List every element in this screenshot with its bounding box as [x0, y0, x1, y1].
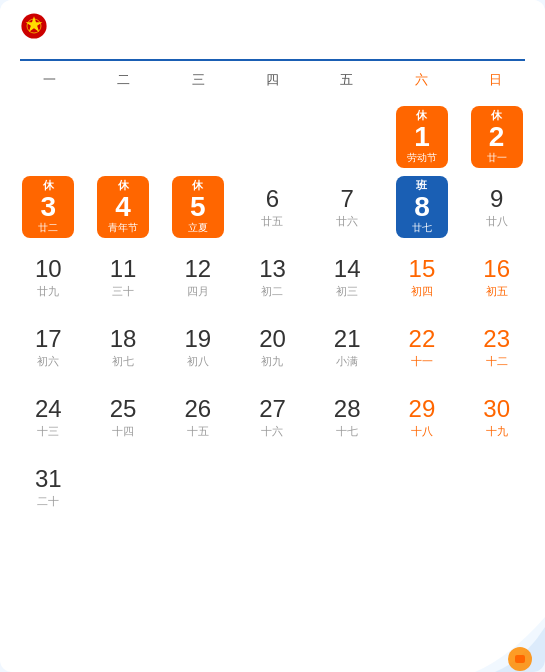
- day-cell: 26十五: [161, 383, 234, 451]
- weekday-tue: 二: [86, 67, 160, 93]
- day-normal: 24十三: [35, 395, 62, 440]
- day-normal: 29十八: [409, 395, 436, 440]
- day-cell: 13初二: [236, 243, 309, 311]
- day-cell: [161, 103, 234, 171]
- day-cell: [386, 453, 459, 521]
- day-cell: 14初三: [311, 243, 384, 311]
- day-cell: 16初五: [460, 243, 533, 311]
- workday-badge: 班8廿七: [396, 176, 448, 237]
- day-cell: 班8廿七: [386, 173, 459, 241]
- weekday-mon: 一: [12, 67, 86, 93]
- day-normal: 14初三: [334, 255, 361, 300]
- day-cell: 休3廿二: [12, 173, 85, 241]
- day-cell: 11三十: [87, 243, 160, 311]
- day-cell: 19初八: [161, 313, 234, 381]
- weekday-sun: 日: [459, 67, 533, 93]
- day-normal: 20初九: [259, 325, 286, 370]
- day-cell: [311, 103, 384, 171]
- day-cell: 6廿五: [236, 173, 309, 241]
- day-cell: [236, 103, 309, 171]
- page-curl-decoration: [475, 617, 545, 672]
- day-cell: [460, 453, 533, 521]
- day-normal: 9廿八: [486, 185, 508, 230]
- calendar: 一 二 三 四 五 六 日 休1劳动节休2廿一休3廿二休4青年节休5立夏6廿五7…: [0, 0, 545, 672]
- day-cell: 休4青年节: [87, 173, 160, 241]
- day-cell: 31二十: [12, 453, 85, 521]
- emblem-icon: [20, 12, 48, 40]
- day-cell: 9廿八: [460, 173, 533, 241]
- day-normal: 18初七: [110, 325, 137, 370]
- day-cell: 28十七: [311, 383, 384, 451]
- day-cell: 7廿六: [311, 173, 384, 241]
- days-grid: 休1劳动节休2廿一休3廿二休4青年节休5立夏6廿五7廿六班8廿七9廿八10廿九1…: [0, 99, 545, 529]
- day-cell: [161, 453, 234, 521]
- day-normal: 15初四: [409, 255, 436, 300]
- day-cell: 24十三: [12, 383, 85, 451]
- day-cell: 休5立夏: [161, 173, 234, 241]
- day-normal: 27十六: [259, 395, 286, 440]
- holiday-badge: 休2廿一: [471, 106, 523, 167]
- weekday-fri: 五: [310, 67, 384, 93]
- day-normal: 11三十: [110, 255, 137, 300]
- day-normal: 13初二: [259, 255, 286, 300]
- day-normal: 19初八: [184, 325, 211, 370]
- day-cell: 22十一: [386, 313, 459, 381]
- day-normal: 28十七: [334, 395, 361, 440]
- day-cell: 27十六: [236, 383, 309, 451]
- holiday-badge: 休3廿二: [22, 176, 74, 237]
- day-cell: 30十九: [460, 383, 533, 451]
- year-section: [0, 49, 545, 59]
- day-normal: 23十二: [483, 325, 510, 370]
- holiday-badge: 休5立夏: [172, 176, 224, 237]
- day-normal: 6廿五: [261, 185, 283, 230]
- day-normal: 10廿九: [35, 255, 62, 300]
- day-normal: 31二十: [35, 465, 62, 510]
- day-cell: 10廿九: [12, 243, 85, 311]
- day-normal: 7廿六: [336, 185, 358, 230]
- day-normal: 12四月: [184, 255, 211, 300]
- weekday-sat: 六: [384, 67, 458, 93]
- day-cell: 29十八: [386, 383, 459, 451]
- weekday-thu: 四: [235, 67, 309, 93]
- day-cell: 17初六: [12, 313, 85, 381]
- day-cell: 休1劳动节: [386, 103, 459, 171]
- day-cell: 18初七: [87, 313, 160, 381]
- logo-area: [20, 12, 54, 41]
- day-normal: 30十九: [483, 395, 510, 440]
- day-cell: [12, 103, 85, 171]
- day-normal: 26十五: [184, 395, 211, 440]
- holiday-badge: 休4青年节: [97, 176, 149, 237]
- day-cell: 23十二: [460, 313, 533, 381]
- logo-top: [20, 12, 54, 40]
- day-normal: 21小满: [334, 325, 361, 370]
- day-cell: 25十四: [87, 383, 160, 451]
- day-cell: 15初四: [386, 243, 459, 311]
- holiday-badge: 休1劳动节: [396, 106, 448, 167]
- day-cell: [236, 453, 309, 521]
- day-normal: 16初五: [483, 255, 510, 300]
- day-cell: [87, 453, 160, 521]
- day-normal: 22十一: [409, 325, 436, 370]
- weekdays-row: 一 二 三 四 五 六 日: [0, 61, 545, 99]
- day-cell: 21小满: [311, 313, 384, 381]
- day-cell: 12四月: [161, 243, 234, 311]
- svg-rect-4: [515, 655, 525, 663]
- header: [0, 0, 545, 49]
- month-display: [523, 22, 525, 32]
- day-normal: 17初六: [35, 325, 62, 370]
- weekday-wed: 三: [161, 67, 235, 93]
- day-cell: [87, 103, 160, 171]
- day-cell: 休2廿一: [460, 103, 533, 171]
- day-cell: [311, 453, 384, 521]
- day-normal: 25十四: [110, 395, 137, 440]
- day-cell: 20初九: [236, 313, 309, 381]
